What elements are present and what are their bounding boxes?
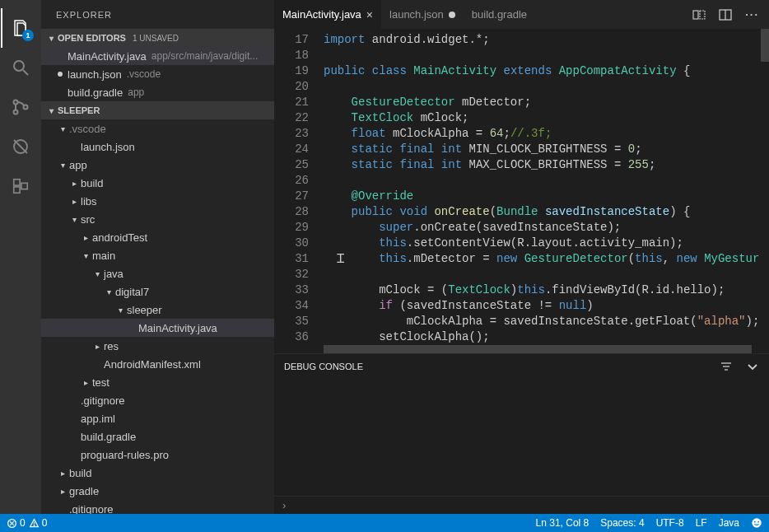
code-content[interactable]: import android.widget.*; public class Ma… bbox=[324, 29, 769, 345]
editor-tab[interactable]: build.gradle bbox=[464, 0, 535, 29]
chevron-right-icon: ▸ bbox=[81, 233, 91, 242]
file-item[interactable]: proguard-rules.pro bbox=[41, 446, 274, 464]
chevron-right-icon: ▸ bbox=[92, 342, 102, 351]
extensions-icon[interactable] bbox=[1, 166, 40, 206]
folder-item[interactable]: ▾digital7 bbox=[41, 282, 274, 301]
file-item[interactable]: app.iml bbox=[41, 409, 274, 427]
explorer-icon[interactable]: 1 bbox=[1, 8, 40, 48]
tab-label: build.gradle bbox=[472, 8, 527, 21]
editor-tab[interactable]: MainActivity.java× bbox=[274, 0, 381, 29]
source-control-icon[interactable] bbox=[1, 87, 40, 127]
split-editor-icon[interactable] bbox=[719, 8, 732, 21]
file-item[interactable]: AndroidManifest.xml bbox=[41, 355, 274, 373]
horizontal-scrollbar[interactable] bbox=[274, 345, 769, 353]
chevron-down-icon: ▾ bbox=[46, 34, 56, 43]
file-item[interactable]: .gitignore bbox=[41, 500, 274, 514]
encoding-status[interactable]: UTF-8 bbox=[656, 517, 684, 529]
line-number: 36 bbox=[274, 329, 309, 345]
code-editor[interactable]: 1718192021222324252627282930313233343536… bbox=[274, 29, 769, 345]
indentation-status[interactable]: Spaces: 4 bbox=[600, 517, 644, 529]
modified-dot-icon bbox=[58, 72, 63, 77]
tree-item-label: proguard-rules.pro bbox=[81, 449, 169, 461]
language-status[interactable]: Java bbox=[719, 517, 739, 529]
file-item[interactable]: launch.json bbox=[41, 138, 274, 156]
errors-status[interactable]: 0 bbox=[7, 517, 26, 529]
svg-rect-10 bbox=[693, 11, 698, 19]
line-number: 34 bbox=[274, 298, 309, 314]
folder-item[interactable]: ▾app bbox=[41, 156, 274, 174]
tree-item-label: digital7 bbox=[115, 286, 149, 298]
search-icon[interactable] bbox=[1, 48, 40, 87]
spacer bbox=[69, 432, 79, 441]
svg-rect-11 bbox=[700, 11, 705, 19]
debug-console-tab[interactable]: DEBUG CONSOLE bbox=[284, 362, 363, 371]
svg-point-23 bbox=[754, 521, 756, 523]
chevron-down-icon[interactable] bbox=[746, 360, 759, 373]
file-tree: ▾.vscode launch.json▾app▸build▸libs▾src▸… bbox=[41, 119, 274, 514]
text-cursor-icon: Ꮖ bbox=[337, 252, 345, 268]
file-item[interactable]: build.gradle bbox=[41, 427, 274, 446]
status-bar: 0 0 Ln 31, Col 8 Spaces: 4 UTF-8 LF Java bbox=[0, 514, 769, 532]
workspace-label: SLEEPER bbox=[58, 105, 100, 115]
folder-item[interactable]: ▸libs bbox=[41, 192, 274, 210]
open-editor-item[interactable]: MainActivity.javaapp/src/main/java/digit… bbox=[41, 47, 274, 65]
tab-label: launch.json bbox=[389, 8, 444, 21]
folder-item[interactable]: ▸gradle bbox=[41, 482, 274, 500]
chevron-down-icon: ▾ bbox=[81, 251, 91, 260]
folder-item[interactable]: ▸build bbox=[41, 464, 274, 482]
line-number: 19 bbox=[274, 63, 309, 79]
folder-item[interactable]: ▸androidTest bbox=[41, 228, 274, 246]
open-editors-header[interactable]: ▾ OPEN EDITORS 1 UNSAVED bbox=[41, 29, 274, 47]
tree-item-label: app bbox=[69, 159, 87, 171]
folder-item[interactable]: ▸test bbox=[41, 373, 274, 391]
chevron-down-icon: ▾ bbox=[104, 287, 114, 296]
folder-item[interactable]: ▸build bbox=[41, 174, 274, 192]
folder-item[interactable]: ▾.vscode bbox=[41, 119, 274, 138]
svg-point-3 bbox=[14, 110, 18, 114]
more-icon[interactable]: ··· bbox=[745, 8, 759, 21]
spacer bbox=[69, 450, 79, 460]
warnings-status[interactable]: 0 bbox=[29, 517, 48, 529]
eol-status[interactable]: LF bbox=[696, 517, 707, 529]
open-editor-desc: app bbox=[128, 86, 144, 98]
file-item[interactable]: MainActivity.java bbox=[41, 319, 274, 337]
workspace-header[interactable]: ▾ SLEEPER bbox=[41, 101, 274, 119]
editor-area: MainActivity.java×launch.jsonbuild.gradl… bbox=[274, 0, 769, 514]
explorer-badge: 1 bbox=[22, 30, 34, 41]
cursor-position[interactable]: Ln 31, Col 8 bbox=[536, 517, 590, 529]
line-number: 22 bbox=[274, 110, 309, 126]
spacer bbox=[92, 360, 102, 369]
tree-item-label: launch.json bbox=[81, 141, 135, 153]
compare-icon[interactable] bbox=[692, 8, 706, 21]
filter-icon[interactable] bbox=[720, 360, 733, 373]
folder-item[interactable]: ▾src bbox=[41, 210, 274, 228]
tree-item-label: androidTest bbox=[92, 231, 147, 244]
folder-item[interactable]: ▾sleeper bbox=[41, 301, 274, 319]
scrollbar-thumb[interactable] bbox=[324, 345, 752, 353]
svg-rect-7 bbox=[14, 180, 20, 185]
svg-point-4 bbox=[24, 105, 28, 110]
svg-point-2 bbox=[14, 100, 18, 105]
tab-actions: ··· bbox=[692, 0, 769, 29]
file-item[interactable]: .gitignore bbox=[41, 391, 274, 409]
svg-rect-9 bbox=[21, 183, 27, 189]
folder-item[interactable]: ▾main bbox=[41, 246, 274, 264]
folder-item[interactable]: ▾java bbox=[41, 264, 274, 282]
open-editors-label: OPEN EDITORS bbox=[58, 33, 126, 43]
folder-item[interactable]: ▸res bbox=[41, 337, 274, 355]
debug-console-output[interactable] bbox=[274, 379, 769, 496]
minimap-scrollbar[interactable] bbox=[761, 29, 769, 62]
line-number: 30 bbox=[274, 236, 309, 251]
chevron-down-icon: ▾ bbox=[58, 124, 68, 133]
open-editor-item[interactable]: launch.json.vscode bbox=[41, 65, 274, 83]
editor-tab[interactable]: launch.json bbox=[381, 0, 464, 29]
feedback-icon[interactable] bbox=[751, 517, 762, 529]
tree-item-label: libs bbox=[81, 195, 97, 208]
tree-item-label: .gitignore bbox=[81, 394, 124, 407]
breadcrumb[interactable]: › bbox=[274, 496, 769, 514]
tab-bar: MainActivity.java×launch.jsonbuild.gradl… bbox=[274, 0, 769, 29]
open-editor-item[interactable]: build.gradleapp bbox=[41, 83, 274, 101]
close-icon[interactable]: × bbox=[366, 8, 373, 21]
debug-icon[interactable] bbox=[1, 127, 40, 166]
open-editor-label: MainActivity.java bbox=[68, 50, 147, 63]
